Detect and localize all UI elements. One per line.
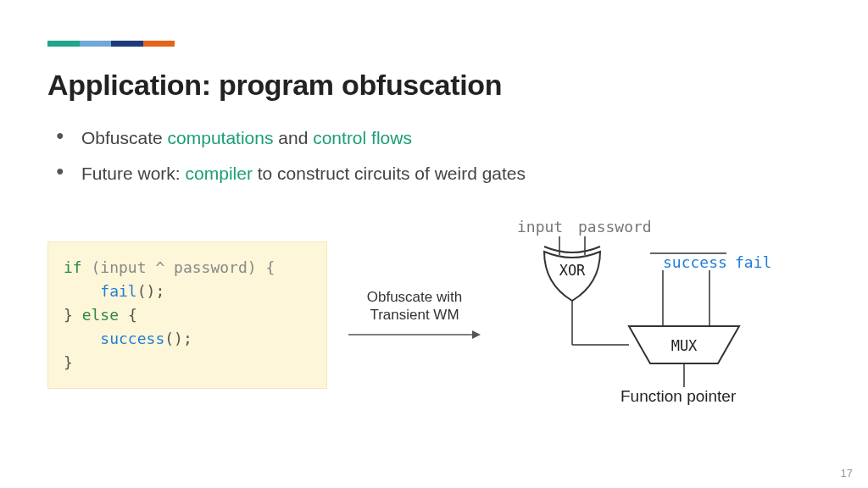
slide-title: Application: program obfuscation: [47, 69, 821, 102]
bullet-item: Obfuscate computations and control flows: [56, 125, 821, 151]
circuit-diagram: input password success fail XOR: [502, 218, 782, 413]
xor-gate-label: XOR: [559, 262, 586, 279]
page-number: 17: [841, 467, 853, 480]
accent-bar: [47, 41, 175, 47]
bullet-item: Future work: compiler to construct circu…: [56, 161, 821, 186]
label-function-pointer: Function pointer: [620, 387, 736, 406]
arrow-icon: [347, 327, 482, 342]
arrow-caption: Obfuscate with Transient WM: [367, 288, 462, 324]
content-row: if (input ^ password) { fail(); } else {…: [47, 218, 821, 413]
svg-marker-1: [472, 330, 481, 339]
arrow-block: Obfuscate with Transient WM: [342, 288, 487, 343]
circuit-svg: XOR MUX: [502, 218, 782, 413]
code-snippet: if (input ^ password) { fail(); } else {…: [47, 241, 327, 388]
bullet-list: Obfuscate computations and control flows…: [56, 125, 821, 187]
mux-gate-label: MUX: [671, 337, 698, 354]
slide: Application: program obfuscation Obfusca…: [0, 0, 868, 488]
